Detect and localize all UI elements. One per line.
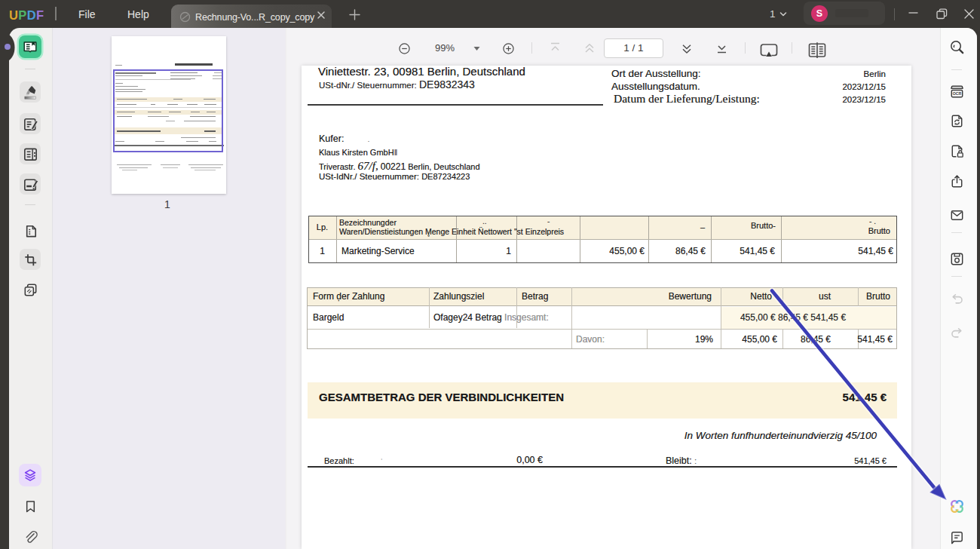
svg-text:OCR: OCR [953, 91, 962, 96]
